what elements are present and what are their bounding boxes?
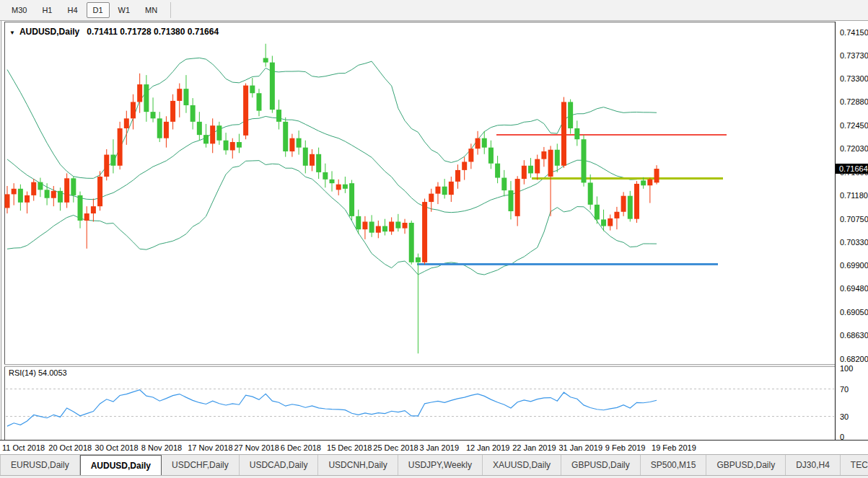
price-axis[interactable]: 0.741500.737300.733000.728800.724500.720… [835,22,868,440]
price-axis-label: 0.74150 [840,28,868,37]
window-edge [1,21,1,454]
price-axis-label: 0.68630 [840,331,868,340]
chart-tab-eurusd-daily[interactable]: EURUSD,Daily [1,455,80,475]
date-axis-label: 20 Oct 2018 [48,443,92,452]
chart-symbol-period: AUDUSD,Daily [19,27,79,37]
price-axis-label: 0.69900 [840,261,868,270]
price-axis-label: 0.70750 [840,215,868,223]
date-axis[interactable]: 11 Oct 201820 Oct 201830 Oct 20188 Nov 2… [0,440,868,454]
chart-tab-usdcad-daily[interactable]: USDCAD,Daily [240,455,319,475]
price-axis-label: 0.73730 [840,51,868,60]
price-axis-label: 0.72030 [840,144,868,153]
date-axis-label: 3 Jan 2019 [420,443,459,452]
price-axis-label: 0.70330 [840,238,868,247]
price-axis-label: 0.69480 [840,284,868,293]
timeframe-toolbar: M30H1H4D1W1MN [0,0,868,21]
price-axis-label: 0.68200 [840,355,868,363]
rsi-axis-label: 30 [840,412,849,421]
current-price-badge: 0.71664 [836,164,868,174]
date-axis-label: 31 Jan 2019 [558,443,602,452]
chart-tab-dj30-h4[interactable]: DJ30,H4 [786,455,841,475]
toolbar-separator [170,2,171,18]
timeframe-button-h4[interactable]: H4 [61,2,84,18]
panel-splitter[interactable] [4,364,835,367]
timeframe-button-d1[interactable]: D1 [87,2,110,18]
date-axis-label: 17 Nov 2018 [188,443,232,452]
rsi-axis-label: 70 [840,385,849,394]
price-axis-label: 0.69050 [840,308,868,317]
date-axis-label: 15 Dec 2018 [327,443,372,452]
timeframe-button-mn[interactable]: MN [139,2,164,18]
date-axis-label: 6 Dec 2018 [281,443,321,452]
rsi-indicator-label: RSI(14) 54.0053 [9,368,67,377]
chart-tab-usdchf-daily[interactable]: USDCHF,Daily [162,455,240,475]
chart-tab-usdjpy-weekly[interactable]: USDJPY,Weekly [398,455,483,475]
timeframe-button-w1[interactable]: W1 [112,2,137,18]
chart-title: ▼ AUDUSD,Daily 0.71411 0.71728 0.71380 0… [9,27,219,37]
chart-plot-area[interactable] [4,22,835,440]
rsi-axis-label: 100 [840,364,853,373]
chart-tab-audusd-daily[interactable]: AUDUSD,Daily [80,455,162,475]
date-axis-label: 25 Dec 2018 [373,443,418,452]
date-axis-label: 27 Nov 2018 [234,443,279,452]
chart-tab-xauusd-daily[interactable]: XAUUSD,Daily [483,455,561,475]
date-axis-label: 30 Oct 2018 [95,443,139,452]
date-axis-label: 11 Oct 2018 [2,443,45,452]
chart-tab-sp500-m15[interactable]: SP500,M15 [641,455,707,475]
date-axis-label: 12 Jan 2019 [466,443,510,452]
symbol-dropdown-icon[interactable]: ▼ [9,30,15,36]
date-axis-label: 9 Feb 2019 [605,443,646,452]
price-axis-label: 0.71180 [840,191,868,200]
date-axis-label: 22 Jan 2019 [512,443,556,452]
price-axis-label: 0.73300 [840,74,868,83]
price-axis-label: 0.72450 [840,121,868,130]
price-axis-label: 0.72880 [840,97,868,106]
chart-tab-usdcnh-daily[interactable]: USDCNH,Daily [318,455,398,475]
date-axis-label: 8 Nov 2018 [141,443,182,452]
chart-tab-gbpusd-daily[interactable]: GBPUSD,Daily [706,455,786,475]
chart-tab-bar: EURUSD,DailyAUDUSD,DailyUSDCHF,DailyUSDC… [0,454,868,475]
date-axis-label: 19 Feb 2019 [652,443,696,452]
timeframe-button-m30[interactable]: M30 [5,2,33,18]
timeframe-button-h1[interactable]: H1 [35,2,58,18]
chart-tab-tech100-[interactable]: TECH100, [841,455,868,475]
chart-ohlc-values: 0.71411 0.71728 0.71380 0.71664 [87,27,219,37]
chart-tab-gbpusd-daily[interactable]: GBPUSD,Daily [561,455,641,475]
statusbar-edge [0,475,868,478]
